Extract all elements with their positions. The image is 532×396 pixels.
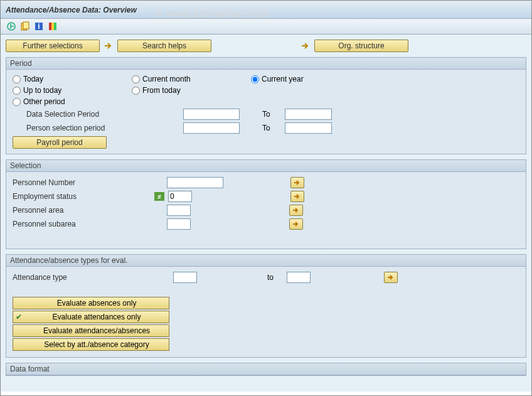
further-selections-button[interactable]: Further selections xyxy=(6,40,100,52)
attendance-types-group-title: Attendance/absence types for eval. xyxy=(6,255,526,267)
svg-text:i: i xyxy=(38,22,40,31)
person-selection-to[interactable] xyxy=(285,122,332,134)
multiple-selection-button[interactable] xyxy=(384,272,398,283)
personnel-subarea-label: Personnel subarea xyxy=(13,220,163,228)
top-button-row: Further selections Search helps Org. str… xyxy=(6,40,526,52)
multiple-selection-button[interactable] xyxy=(290,177,304,188)
period-group: Period Today Current month Current year … xyxy=(6,57,526,154)
period-group-title: Period xyxy=(6,58,526,70)
payroll-period-button[interactable]: Payroll period xyxy=(13,136,107,149)
personnel-subarea-input[interactable] xyxy=(167,218,191,230)
personnel-number-input[interactable] xyxy=(167,177,223,188)
selection-group-title: Selection xyxy=(6,160,526,172)
arrow-right-icon xyxy=(104,41,114,50)
org-structure-button[interactable]: Org. structure xyxy=(314,40,408,52)
watermark: © www.tutorialkart.com xyxy=(154,7,270,20)
radio-current-month[interactable]: Current month xyxy=(132,75,238,83)
arrow-right-icon xyxy=(301,41,311,50)
svg-rect-2 xyxy=(23,22,29,29)
svg-rect-7 xyxy=(54,23,56,30)
personnel-number-label: Personnel Number xyxy=(13,178,163,187)
app-toolbar: i xyxy=(1,19,531,35)
attendance-type-to[interactable] xyxy=(287,272,311,283)
data-format-group: Data format xyxy=(6,363,526,376)
eval-attendances-only-button[interactable]: ✔Evaluate attendances only xyxy=(13,311,169,323)
data-format-group-title: Data format xyxy=(6,363,526,375)
employment-status-label: Employment status xyxy=(13,192,151,201)
check-icon: ✔ xyxy=(16,313,27,321)
radio-up-to-today[interactable]: Up to today xyxy=(13,86,119,95)
title-bar: Attendance/Absence Data: Overview © www.… xyxy=(1,1,531,19)
employment-status-input[interactable] xyxy=(168,191,192,202)
radio-today[interactable]: Today xyxy=(13,75,119,83)
data-selection-to[interactable] xyxy=(285,109,332,120)
to-label: to xyxy=(267,273,283,282)
select-by-category-button[interactable]: Select by att./absence category xyxy=(13,338,169,351)
person-selection-from[interactable] xyxy=(183,122,240,134)
personnel-area-label: Personnel area xyxy=(13,206,163,215)
svg-rect-6 xyxy=(51,23,54,30)
personnel-area-input[interactable] xyxy=(167,205,191,216)
info-icon[interactable]: i xyxy=(33,21,45,32)
attendance-types-group: Attendance/absence types for eval. Atten… xyxy=(6,254,526,358)
svg-rect-5 xyxy=(49,23,51,30)
content-area: Further selections Search helps Org. str… xyxy=(1,35,531,392)
search-helps-button[interactable]: Search helps xyxy=(117,40,211,52)
person-selection-period-label: Person selection period xyxy=(13,124,119,132)
radio-current-year[interactable]: Current year xyxy=(251,75,358,83)
multiple-selection-button[interactable] xyxy=(290,191,304,202)
data-selection-period-label: Data Selection Period xyxy=(13,110,119,119)
get-variant-icon[interactable] xyxy=(19,21,31,32)
not-equal-icon[interactable]: ≠ xyxy=(154,192,164,201)
to-label: To xyxy=(262,124,281,132)
execute-icon[interactable] xyxy=(6,21,17,32)
layout-icon[interactable] xyxy=(47,21,58,32)
eval-both-button[interactable]: Evaluate attendances/absences xyxy=(13,324,169,337)
eval-absences-only-button[interactable]: Evaluate absences only xyxy=(13,297,169,309)
attendance-type-from[interactable] xyxy=(173,272,197,283)
radio-from-today[interactable]: From today xyxy=(132,86,238,95)
attendance-type-label: Attendance type xyxy=(13,273,169,282)
data-selection-from[interactable] xyxy=(183,109,240,120)
selection-group: Selection Personnel Number Employment st… xyxy=(6,159,526,249)
page-title: Attendance/Absence Data: Overview xyxy=(6,6,137,14)
multiple-selection-button[interactable] xyxy=(289,205,303,216)
radio-other-period[interactable]: Other period xyxy=(13,97,119,106)
multiple-selection-button[interactable] xyxy=(289,218,303,230)
to-label: To xyxy=(262,110,281,119)
